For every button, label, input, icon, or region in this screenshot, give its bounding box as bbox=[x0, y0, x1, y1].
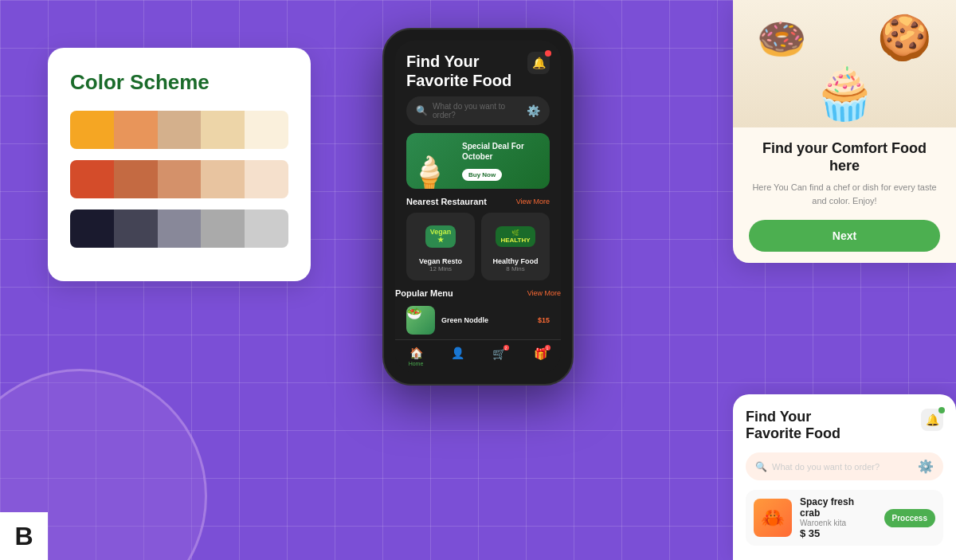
menu-item-image: 🥗 bbox=[406, 306, 435, 335]
vegan-logo-icon: Vegan★ bbox=[421, 221, 460, 253]
order-item-place: Waroenk kita bbox=[800, 519, 876, 527]
swatch-1-5 bbox=[245, 111, 288, 149]
swatch-3-3 bbox=[158, 210, 202, 248]
swatch-1-3 bbox=[158, 111, 202, 149]
swatch-2-5 bbox=[245, 160, 288, 198]
phone-app-title: Find Your Favorite Food bbox=[406, 52, 511, 90]
order-item-image: 🦀 bbox=[754, 499, 792, 537]
order-item-name: Spacy fresh crab bbox=[800, 496, 876, 519]
color-row-2 bbox=[70, 160, 288, 198]
fav-search-placeholder: What do you want to order? bbox=[772, 462, 913, 472]
nav-gift[interactable]: 🎁 1 bbox=[519, 347, 561, 366]
muffin-emoji: 🧁 bbox=[813, 63, 877, 123]
fav-title: Find Your Favorite Food bbox=[746, 409, 840, 443]
menu-item-price: $15 bbox=[538, 316, 550, 324]
search-placeholder: What do you want to order? bbox=[433, 102, 522, 119]
swatch-2-1 bbox=[70, 160, 114, 198]
profile-icon: 👤 bbox=[451, 347, 464, 359]
fav-header: Find Your Favorite Food 🔔 bbox=[746, 409, 943, 443]
phone-container: Find Your Favorite Food 🔔 🔍 What do you … bbox=[382, 28, 574, 386]
color-scheme-card: Color Scheme bbox=[48, 48, 311, 281]
healthy-food-name: Healthy Food bbox=[489, 257, 542, 265]
order-item-info: Spacy fresh crab Waroenk kita $ 35 bbox=[800, 496, 876, 539]
order-item: 🦀 Spacy fresh crab Waroenk kita $ 35 Pro… bbox=[746, 490, 943, 546]
swatch-2-3 bbox=[158, 160, 202, 198]
swatch-3-4 bbox=[201, 210, 245, 248]
comfort-food-image: 🍩 🍪 🧁 bbox=[733, 0, 956, 127]
comfort-description: Here You Can find a chef or dish for eve… bbox=[749, 181, 940, 207]
comfort-content: Find your Comfort Food here Here You Can… bbox=[733, 127, 956, 263]
vegan-resto-name: Vegan Resto bbox=[414, 257, 467, 265]
nav-profile[interactable]: 👤 bbox=[437, 347, 478, 366]
fav-filter-icon[interactable]: ⚙️ bbox=[918, 459, 934, 474]
menu-item-name: Green Noddle bbox=[441, 316, 531, 324]
fav-search-bar[interactable]: 🔍 What do you want to order? ⚙️ bbox=[746, 452, 943, 480]
phone-screen: Find Your Favorite Food 🔔 🔍 What do you … bbox=[395, 41, 561, 373]
phone-header: Find Your Favorite Food 🔔 bbox=[395, 41, 561, 96]
comfort-title: Find your Comfort Food here bbox=[749, 140, 940, 174]
swatch-2-2 bbox=[114, 160, 158, 198]
popular-view-more[interactable]: View More bbox=[527, 289, 561, 297]
swatch-3-5 bbox=[245, 210, 288, 248]
restaurant-grid: Vegan★ Vegan Resto 12 Mins 🌿HEALTHY Heal… bbox=[395, 213, 561, 288]
filter-icon[interactable]: ⚙️ bbox=[527, 104, 540, 117]
next-button[interactable]: Next bbox=[749, 220, 940, 252]
search-icon: 🔍 bbox=[416, 105, 428, 116]
nav-home-label: Home bbox=[409, 361, 424, 366]
swatch-3-2 bbox=[114, 210, 158, 248]
promo-title: Special Deal For October bbox=[462, 141, 542, 162]
donut2-emoji: 🍪 bbox=[877, 12, 932, 64]
swatch-1-4 bbox=[201, 111, 245, 149]
comfort-food-card: 🍩 🍪 🧁 Find your Comfort Food here Here Y… bbox=[733, 0, 956, 263]
healthy-food-card[interactable]: 🌿HEALTHY Healthy Food 8 Mins bbox=[481, 213, 550, 280]
buy-now-button[interactable]: Buy Now bbox=[462, 169, 502, 181]
fav-bell-icon[interactable]: 🔔 bbox=[921, 409, 943, 431]
menu-item-1[interactable]: 🥗 Green Noddle $15 bbox=[395, 301, 561, 339]
notification-dot bbox=[545, 50, 551, 57]
phone-search-bar[interactable]: 🔍 What do you want to order? ⚙️ bbox=[406, 96, 550, 125]
order-item-price: $ 35 bbox=[800, 527, 876, 539]
nearest-restaurant-title: Nearest Restaurant bbox=[406, 197, 487, 206]
popular-menu-header: Popular Menu View More bbox=[395, 288, 561, 301]
popular-menu-title: Popular Menu bbox=[395, 288, 453, 298]
gift-badge: 1 bbox=[545, 345, 550, 350]
cart-badge: 2 bbox=[503, 345, 509, 350]
donut-emoji: 🍩 bbox=[757, 16, 806, 62]
vegan-resto-time: 12 Mins bbox=[414, 265, 467, 272]
nearest-view-more[interactable]: View More bbox=[516, 198, 550, 206]
nearest-restaurant-header: Nearest Restaurant View More bbox=[395, 197, 561, 213]
swatch-3-1 bbox=[70, 210, 114, 248]
fav-bell-dot bbox=[938, 407, 945, 413]
promo-banner: 🍦 Special Deal For October Buy Now bbox=[406, 133, 550, 189]
healthy-food-time: 8 Mins bbox=[489, 265, 542, 272]
phone-navigation: 🏠 Home 👤 🛒 2 🎁 1 bbox=[395, 339, 561, 373]
fav-search-icon: 🔍 bbox=[755, 461, 767, 472]
ice-cream-image: 🍦 bbox=[409, 157, 449, 189]
color-row-3 bbox=[70, 210, 288, 248]
nav-home[interactable]: 🏠 Home bbox=[395, 347, 437, 366]
healthy-logo-icon: 🌿HEALTHY bbox=[496, 221, 535, 253]
home-icon: 🏠 bbox=[409, 347, 423, 359]
b-badge-left: B bbox=[0, 512, 48, 560]
nav-cart[interactable]: 🛒 2 bbox=[478, 347, 519, 366]
notification-bell-icon[interactable]: 🔔 bbox=[527, 52, 550, 74]
menu-item-info: Green Noddle bbox=[441, 316, 531, 324]
phone-mockup: Find Your Favorite Food 🔔 🔍 What do you … bbox=[382, 28, 574, 386]
swatch-1-1 bbox=[70, 111, 114, 149]
color-row-1 bbox=[70, 111, 288, 149]
process-button[interactable]: Proccess bbox=[884, 509, 935, 527]
swatch-1-2 bbox=[114, 111, 158, 149]
color-scheme-title: Color Scheme bbox=[70, 70, 288, 95]
swatch-2-4 bbox=[201, 160, 245, 198]
vegan-resto-card[interactable]: Vegan★ Vegan Resto 12 Mins bbox=[406, 213, 475, 280]
fav-food-card: Find Your Favorite Food 🔔 🔍 What do you … bbox=[733, 394, 956, 560]
